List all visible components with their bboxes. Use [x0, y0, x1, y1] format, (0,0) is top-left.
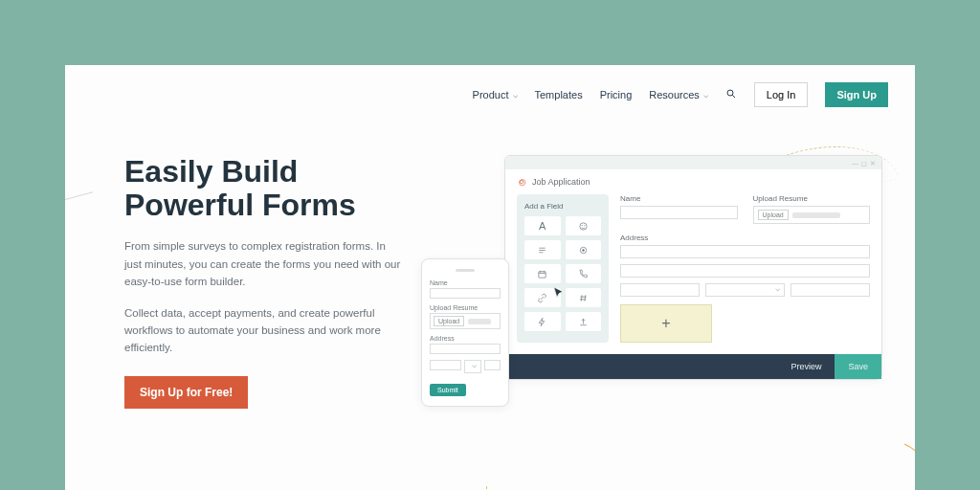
palette-phone-icon[interactable] — [566, 264, 602, 283]
name-input[interactable] — [620, 206, 738, 219]
address-line2[interactable] — [620, 264, 870, 278]
hero-illustration: — ◻ ✕ Job Application Add a Field A — [421, 155, 856, 461]
form-title-row: Job Application — [505, 169, 881, 194]
window-max-icon: ◻ — [861, 160, 867, 167]
svg-point-0 — [727, 90, 733, 96]
upload-filename-stub — [792, 212, 840, 218]
nav-label: Product — [473, 89, 509, 100]
field-palette: Add a Field A — [517, 194, 609, 343]
decor-vdash — [486, 486, 487, 490]
phone-submit-button[interactable]: Submit — [430, 384, 466, 396]
login-button[interactable]: Log In — [754, 82, 809, 107]
preview-button[interactable]: Preview — [777, 354, 835, 379]
search-icon[interactable] — [725, 88, 737, 101]
upload-filename-stub — [468, 319, 491, 324]
gear-icon — [517, 177, 526, 187]
palette-paragraph-icon[interactable] — [524, 240, 561, 259]
field-label: Upload Resume — [430, 304, 501, 311]
phone-address-state[interactable] — [464, 360, 481, 373]
phone-name-input[interactable] — [430, 288, 501, 299]
phone-upload-button[interactable]: Upload — [434, 316, 464, 326]
hero-title: Easily Build Powerful Forms — [124, 155, 402, 222]
palette-grid: A — [524, 216, 601, 331]
svg-point-9 — [582, 249, 584, 251]
palette-smile-icon[interactable] — [566, 216, 602, 235]
address-state-select[interactable] — [705, 283, 785, 297]
save-button[interactable]: Save — [835, 354, 881, 379]
field-label: Upload Resume — [753, 194, 871, 203]
nav-label: Resources — [649, 89, 700, 100]
svg-line-14 — [581, 295, 582, 301]
window-bar: — ◻ ✕ — [505, 156, 881, 169]
form-canvas: Name Upload Resume Upload — [620, 194, 870, 343]
palette-number-icon[interactable] — [566, 288, 602, 307]
field-label: Address — [620, 234, 870, 242]
palette-text-icon[interactable]: A — [524, 216, 561, 235]
add-field-zone[interactable]: + — [620, 304, 712, 343]
window-min-icon: — — [852, 160, 858, 167]
svg-line-1 — [732, 95, 735, 98]
form-title: Job Application — [532, 177, 590, 187]
nav-resources[interactable]: Resources ⌵ — [649, 89, 708, 100]
desktop-mockup: — ◻ ✕ Job Application Add a Field A — [504, 155, 882, 380]
hero-paragraph: Collect data, accept payments, and creat… — [124, 304, 402, 357]
phone-speaker — [456, 269, 475, 272]
title-line: Powerful Forms — [124, 188, 356, 222]
window-close-icon: ✕ — [870, 160, 876, 167]
phone-mockup: Name Upload Resume Upload Address Submit — [421, 258, 509, 407]
address-line1[interactable] — [620, 245, 870, 258]
field-label: Name — [430, 279, 501, 286]
hero-paragraph: From simple surveys to complex registrat… — [124, 237, 402, 290]
palette-upload-icon[interactable] — [566, 312, 602, 331]
phone-address-city[interactable] — [430, 360, 461, 370]
name-field: Name — [620, 194, 738, 224]
palette-location-icon[interactable] — [566, 240, 602, 259]
hero-text: Easily Build Powerful Forms From simple … — [124, 155, 402, 461]
cursor-icon — [551, 285, 567, 301]
field-label: Name — [620, 194, 738, 203]
cta-button[interactable]: Sign Up for Free! — [124, 376, 248, 409]
address-city[interactable] — [620, 283, 700, 297]
address-field: Address — [620, 234, 870, 297]
palette-lightning-icon[interactable] — [524, 312, 561, 331]
top-nav: Product ⌵ Templates Pricing Resources ⌵ … — [65, 65, 915, 107]
svg-line-15 — [585, 295, 586, 301]
svg-rect-10 — [539, 271, 546, 277]
resume-field: Upload Resume Upload — [753, 194, 871, 224]
nav-pricing[interactable]: Pricing — [600, 89, 633, 100]
field-label: Address — [430, 335, 501, 342]
phone-address-zip[interactable] — [484, 360, 501, 370]
chevron-down-icon: ⌵ — [703, 90, 708, 100]
chevron-down-icon: ⌵ — [513, 90, 518, 100]
palette-calendar-icon[interactable] — [524, 264, 561, 283]
page: Product ⌵ Templates Pricing Resources ⌵ … — [65, 65, 915, 490]
desktop-body: Add a Field A — [505, 194, 881, 354]
nav-templates[interactable]: Templates — [535, 89, 583, 100]
svg-point-2 — [580, 222, 587, 229]
palette-title: Add a Field — [524, 202, 601, 211]
address-zip[interactable] — [791, 283, 870, 297]
signup-button[interactable]: Sign Up — [825, 82, 888, 107]
upload-button[interactable]: Upload — [758, 210, 789, 220]
hero: Easily Build Powerful Forms From simple … — [65, 107, 915, 461]
nav-label: Pricing — [600, 89, 633, 100]
builder-footer: Preview Save — [505, 354, 881, 379]
nav-label: Templates — [535, 89, 583, 100]
nav-product[interactable]: Product ⌵ — [473, 89, 518, 100]
title-line: Easily Build — [124, 154, 298, 189]
phone-address-line1[interactable] — [430, 344, 501, 354]
